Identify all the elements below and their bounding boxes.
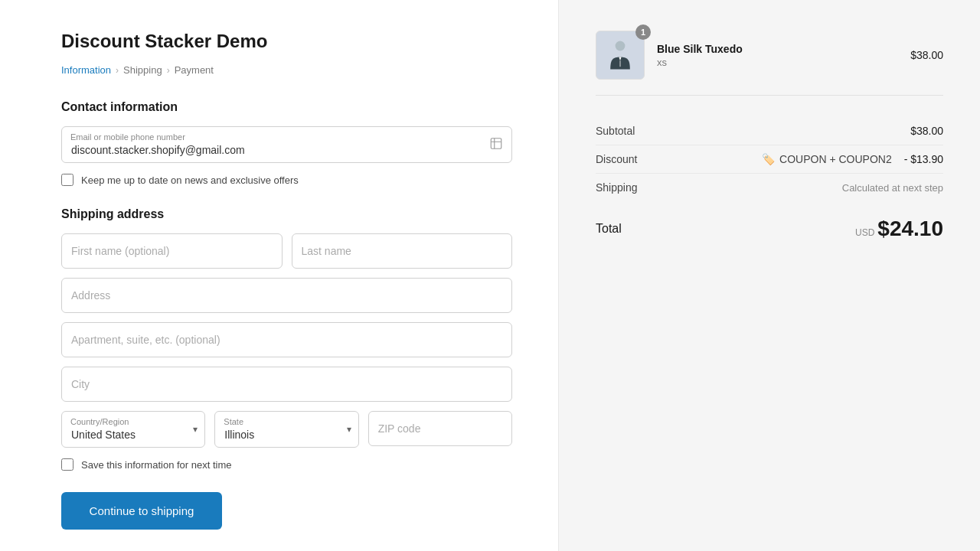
state-select[interactable]: Illinois bbox=[214, 411, 358, 448]
product-image bbox=[596, 31, 645, 80]
svg-point-3 bbox=[616, 41, 626, 51]
save-info-checkbox[interactable] bbox=[61, 458, 74, 471]
contact-section-title: Contact information bbox=[61, 100, 512, 114]
country-select[interactable]: United States bbox=[61, 411, 205, 448]
discount-amount: - $13.90 bbox=[904, 153, 943, 165]
svg-rect-0 bbox=[491, 139, 501, 149]
city-group bbox=[61, 367, 512, 402]
last-name-input[interactable] bbox=[292, 233, 513, 269]
newsletter-label: Keep me up to date on news and exclusive… bbox=[81, 174, 299, 186]
apt-input[interactable] bbox=[61, 322, 512, 357]
total-value-wrapper: USD $24.10 bbox=[855, 217, 943, 241]
total-currency: USD bbox=[855, 227, 874, 238]
email-input[interactable] bbox=[61, 126, 512, 163]
order-summary: Subtotal $38.00 Discount 🏷️ COUPON + COU… bbox=[596, 117, 943, 201]
apt-group bbox=[61, 322, 512, 357]
name-row bbox=[61, 233, 512, 269]
zip-group bbox=[368, 411, 512, 448]
product-image-wrapper: 1 bbox=[596, 31, 645, 80]
email-form-group: Email or mobile phone number bbox=[61, 126, 512, 163]
contact-book-icon bbox=[489, 137, 503, 153]
address-bottom-row: Country/Region United States ▾ State Ill… bbox=[61, 411, 512, 448]
total-amount: $24.10 bbox=[877, 217, 943, 241]
breadcrumb-payment[interactable]: Payment bbox=[175, 64, 214, 76]
city-input[interactable] bbox=[61, 367, 512, 402]
newsletter-checkbox[interactable] bbox=[61, 174, 74, 186]
last-name-group bbox=[292, 233, 513, 269]
shipping-section-title: Shipping address bbox=[61, 207, 512, 221]
first-name-group bbox=[61, 233, 283, 269]
discount-codes: COUPON + COUPON2 bbox=[779, 153, 892, 165]
right-panel: 1 Blue Silk Tuxedo xs $38.00 Subtotal $3… bbox=[559, 0, 980, 551]
product-variant: xs bbox=[657, 57, 898, 68]
state-select-wrapper: State Illinois ▾ bbox=[214, 411, 358, 448]
discount-row: Discount 🏷️ COUPON + COUPON2 - $13.90 bbox=[596, 145, 943, 174]
breadcrumb-information[interactable]: Information bbox=[61, 64, 111, 76]
subtotal-row: Subtotal $38.00 bbox=[596, 117, 943, 145]
product-info: Blue Silk Tuxedo xs bbox=[657, 43, 898, 68]
subtotal-label: Subtotal bbox=[596, 125, 635, 137]
save-info-row: Save this information for next time bbox=[61, 458, 512, 471]
subtotal-value: $38.00 bbox=[910, 125, 943, 137]
address-group bbox=[61, 278, 512, 313]
country-select-wrapper: Country/Region United States ▾ bbox=[61, 411, 205, 448]
total-row: Total USD $24.10 bbox=[596, 204, 943, 241]
discount-label: Discount bbox=[596, 153, 637, 165]
breadcrumb-sep-2: › bbox=[167, 65, 170, 76]
save-info-label: Save this information for next time bbox=[81, 459, 232, 471]
product-name: Blue Silk Tuxedo bbox=[657, 43, 898, 55]
zip-input[interactable] bbox=[368, 411, 512, 446]
breadcrumb: Information › Shipping › Payment bbox=[61, 64, 512, 76]
continue-to-shipping-button[interactable]: Continue to shipping bbox=[61, 492, 222, 530]
order-item: 1 Blue Silk Tuxedo xs $38.00 bbox=[596, 31, 943, 96]
breadcrumb-sep-1: › bbox=[116, 65, 119, 76]
shipping-label: Shipping bbox=[596, 181, 638, 194]
discount-tag-icon: 🏷️ bbox=[762, 153, 775, 165]
first-name-input[interactable] bbox=[61, 233, 283, 269]
store-title: Discount Stacker Demo bbox=[61, 31, 512, 52]
total-label: Total bbox=[596, 222, 622, 236]
shipping-row: Shipping Calculated at next step bbox=[596, 174, 943, 201]
breadcrumb-shipping[interactable]: Shipping bbox=[123, 64, 162, 76]
item-count-badge: 1 bbox=[635, 24, 651, 40]
newsletter-row: Keep me up to date on news and exclusive… bbox=[61, 174, 512, 186]
left-panel: Discount Stacker Demo Information › Ship… bbox=[0, 0, 559, 551]
address-input[interactable] bbox=[61, 278, 512, 313]
shipping-value: Calculated at next step bbox=[842, 182, 943, 194]
discount-info: 🏷️ COUPON + COUPON2 - $13.90 bbox=[762, 153, 943, 165]
product-price: $38.00 bbox=[910, 49, 943, 61]
